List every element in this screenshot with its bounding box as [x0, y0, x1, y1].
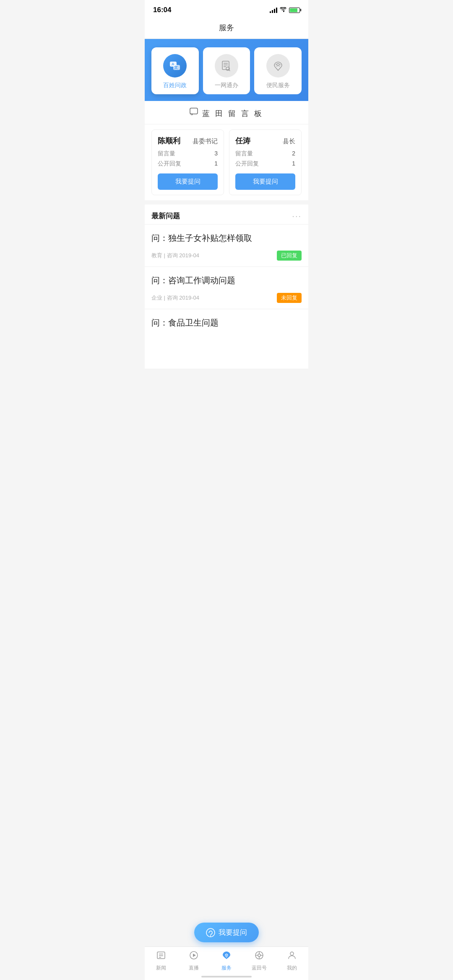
message-board-icon — [190, 108, 199, 119]
status-badge-1: 未回复 — [277, 293, 302, 303]
question-text-1: 问：咨询工作调动问题 — [151, 274, 302, 286]
stat-label-reply-1: 公开回复 — [235, 160, 259, 168]
person-role-1: 县长 — [283, 137, 295, 145]
ask-btn-0[interactable]: 我要提问 — [158, 173, 218, 190]
person-name-0: 陈顺利 — [158, 136, 180, 146]
status-icons — [270, 7, 300, 13]
message-board-section: 蓝 田 留 言 板 陈顺利 县委书记 留言量 3 公开回复 1 我要提问 任涛 … — [145, 101, 308, 200]
person-stat-msg-0: 留言量 3 — [158, 150, 218, 158]
status-time: 16:04 — [153, 6, 171, 14]
message-board-header: 蓝 田 留 言 板 — [145, 101, 308, 124]
tab-baixin-label: 百姓问政 — [163, 82, 187, 89]
question-item-2[interactable]: 问：食品卫生问题 — [145, 309, 308, 369]
question-tags-1: 企业 | 咨询 2019-04 — [151, 294, 199, 302]
stat-value-reply-1: 1 — [292, 160, 295, 168]
question-item-0[interactable]: 问：独生子女补贴怎样领取 教育 | 咨询 2019-04 已回复 — [145, 225, 308, 267]
svg-line-8 — [229, 70, 230, 71]
stat-label-msg-0: 留言量 — [158, 150, 175, 158]
question-item-1[interactable]: 问：咨询工作调动问题 企业 | 咨询 2019-04 未回复 — [145, 267, 308, 309]
person-name-row-0: 陈顺利 县委书记 — [158, 136, 218, 146]
page-title: 服务 — [219, 23, 234, 32]
svg-rect-4 — [222, 61, 229, 70]
signal-icon — [270, 7, 277, 13]
question-meta-0: 教育 | 咨询 2019-04 已回复 — [151, 251, 302, 261]
person-role-0: 县委书记 — [193, 137, 218, 145]
question-tags-0: 教育 | 咨询 2019-04 — [151, 252, 199, 259]
status-bar: 16:04 — [145, 0, 308, 18]
person-stat-msg-1: 留言量 2 — [235, 150, 295, 158]
stat-value-msg-1: 2 — [292, 150, 295, 158]
person-stat-reply-0: 公开回复 1 — [158, 160, 218, 168]
question-meta-1: 企业 | 咨询 2019-04 未回复 — [151, 293, 302, 303]
tab-baixin[interactable]: A 文 百姓问政 — [151, 47, 199, 94]
status-badge-0: 已回复 — [277, 251, 302, 261]
question-text-2: 问：食品卫生问题 — [151, 317, 302, 328]
person-stat-reply-1: 公开回复 1 — [235, 160, 295, 168]
tab-section: A 文 百姓问政 一网通办 — [145, 39, 308, 101]
latest-header: 最新问题 ··· — [145, 204, 308, 225]
person-name-row-1: 任涛 县长 — [235, 136, 295, 146]
more-dots[interactable]: ··· — [292, 211, 302, 221]
stat-label-msg-1: 留言量 — [235, 150, 253, 158]
stat-value-reply-0: 1 — [214, 160, 218, 168]
battery-icon — [289, 8, 300, 13]
stat-value-msg-0: 3 — [214, 150, 218, 158]
tab-yiwang-icon — [215, 54, 238, 78]
tab-bianmin[interactable]: 便民服务 — [254, 47, 302, 94]
person-name-1: 任涛 — [235, 136, 250, 146]
tab-baixin-icon: A 文 — [163, 54, 187, 78]
tab-bianmin-label: 便民服务 — [266, 82, 290, 89]
latest-title: 最新问题 — [151, 211, 180, 221]
question-text-0: 问：独生子女补贴怎样领取 — [151, 232, 302, 244]
person-card-0: 陈顺利 县委书记 留言量 3 公开回复 1 我要提问 — [151, 129, 224, 195]
stat-label-reply-0: 公开回复 — [158, 160, 181, 168]
message-board-title: 蓝 田 留 言 板 — [202, 109, 263, 119]
tab-cards: A 文 百姓问政 一网通办 — [151, 47, 302, 94]
person-cards: 陈顺利 县委书记 留言量 3 公开回复 1 我要提问 任涛 县长 留言量 2 — [145, 124, 308, 200]
latest-section: 最新问题 ··· 问：独生子女补贴怎样领取 教育 | 咨询 2019-04 已回… — [145, 204, 308, 369]
wifi-icon — [280, 7, 286, 13]
tab-bianmin-icon — [266, 54, 290, 78]
tab-yiwang[interactable]: 一网通办 — [203, 47, 250, 94]
svg-rect-9 — [190, 108, 198, 114]
ask-btn-1[interactable]: 我要提问 — [235, 173, 295, 190]
page-header: 服务 — [145, 18, 308, 39]
svg-text:文: 文 — [174, 65, 178, 70]
tab-yiwang-label: 一网通办 — [215, 82, 238, 89]
person-card-1: 任涛 县长 留言量 2 公开回复 1 我要提问 — [229, 129, 302, 195]
